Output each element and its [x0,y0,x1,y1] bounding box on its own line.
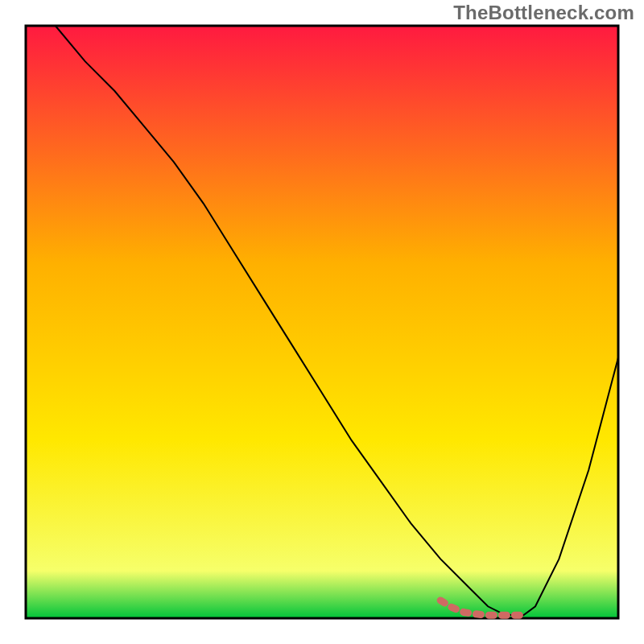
chart-frame: TheBottleneck.com [0,0,644,644]
plot-background [26,26,618,618]
chart-svg [0,0,644,644]
